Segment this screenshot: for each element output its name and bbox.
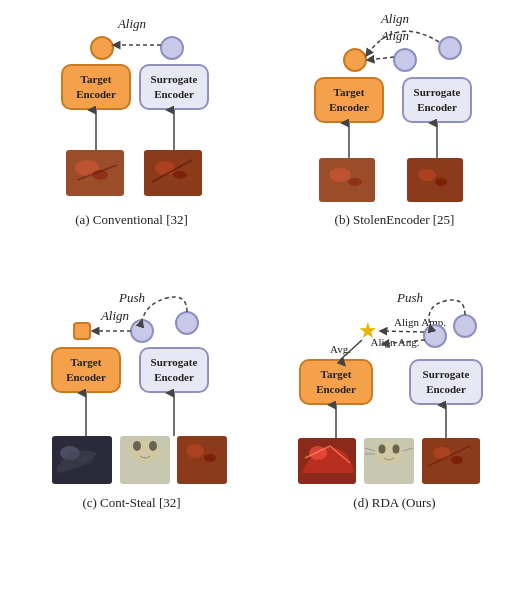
- svg-rect-76: [410, 360, 482, 404]
- svg-point-62: [186, 444, 204, 458]
- svg-rect-7: [140, 65, 208, 109]
- svg-text:Align: Align: [116, 16, 145, 31]
- svg-rect-49: [140, 348, 208, 392]
- svg-text:Encoder: Encoder: [316, 383, 356, 395]
- svg-text:Push: Push: [396, 290, 423, 305]
- svg-point-23: [394, 49, 416, 71]
- svg-point-17: [155, 161, 175, 175]
- svg-point-39: [435, 178, 447, 186]
- svg-point-43: [131, 320, 153, 342]
- svg-text:Encoder: Encoder: [426, 383, 466, 395]
- svg-text:Encoder: Encoder: [329, 101, 369, 113]
- svg-line-25: [367, 57, 394, 60]
- svg-text:Target: Target: [333, 86, 364, 98]
- svg-text:Surrogate: Surrogate: [150, 73, 197, 85]
- panel-d: Push ★ Align Amp. Align Ang. Avg.: [263, 280, 526, 560]
- svg-text:Surrogate: Surrogate: [150, 356, 197, 368]
- svg-text:Align: Align: [379, 11, 408, 26]
- svg-line-71: [380, 331, 424, 332]
- svg-rect-37: [407, 158, 463, 202]
- svg-point-93: [451, 456, 463, 464]
- svg-point-63: [204, 454, 216, 462]
- svg-text:Target: Target: [80, 73, 111, 85]
- svg-text:Encoder: Encoder: [417, 101, 457, 113]
- caption-c: (c) Cont-Steal [32]: [82, 495, 180, 511]
- svg-text:Encoder: Encoder: [154, 371, 194, 383]
- svg-point-1: [91, 37, 113, 59]
- svg-rect-91: [422, 438, 480, 484]
- panel-b: Align Align Target Encoder Surrogate Enc…: [263, 0, 526, 280]
- svg-rect-42: [74, 323, 90, 339]
- svg-point-18: [173, 171, 187, 179]
- panel-c-diagram: Push Align Target Encoder: [22, 288, 242, 493]
- svg-rect-4: [62, 65, 130, 109]
- svg-point-38: [418, 169, 436, 181]
- svg-point-35: [329, 168, 351, 182]
- svg-point-87: [392, 445, 399, 454]
- caption-b: (b) StolenEncoder [25]: [335, 212, 455, 228]
- svg-rect-61: [177, 436, 227, 484]
- svg-point-70: [424, 325, 446, 347]
- svg-rect-29: [403, 78, 471, 122]
- svg-text:Surrogate: Surrogate: [413, 86, 460, 98]
- svg-rect-26: [315, 78, 383, 122]
- svg-point-24: [439, 37, 461, 59]
- svg-text:Surrogate: Surrogate: [422, 368, 469, 380]
- svg-rect-73: [300, 360, 372, 404]
- svg-text:Encoder: Encoder: [66, 371, 106, 383]
- panel-a-diagram: Align Target Encoder: [22, 10, 242, 210]
- svg-point-2: [161, 37, 183, 59]
- svg-text:Target: Target: [320, 368, 351, 380]
- svg-point-44: [176, 312, 198, 334]
- svg-rect-46: [52, 348, 120, 392]
- caption-a: (a) Conventional [32]: [75, 212, 188, 228]
- svg-point-92: [433, 447, 451, 459]
- svg-point-86: [378, 445, 385, 454]
- svg-point-22: [344, 49, 366, 71]
- panel-b-diagram: Align Align Target Encoder Surrogate Enc…: [285, 10, 505, 210]
- svg-point-85: [375, 442, 403, 464]
- svg-text:Push: Push: [118, 290, 145, 305]
- svg-text:Align Ang.: Align Ang.: [370, 336, 419, 348]
- svg-text:Align: Align: [99, 308, 128, 323]
- caption-d: (d) RDA (Ours): [353, 495, 435, 511]
- svg-rect-16: [144, 150, 202, 196]
- svg-point-69: [454, 315, 476, 337]
- panel-d-diagram: Push ★ Align Amp. Align Ang. Avg.: [280, 288, 510, 493]
- panel-a: Align Target Encoder: [0, 0, 263, 280]
- svg-text:Target: Target: [70, 356, 101, 368]
- svg-point-59: [133, 441, 141, 451]
- panel-c: Push Align Target Encoder: [0, 280, 263, 560]
- svg-text:Align: Align: [379, 28, 408, 43]
- svg-text:Encoder: Encoder: [154, 88, 194, 100]
- svg-point-36: [348, 178, 362, 186]
- svg-point-60: [149, 441, 157, 451]
- svg-text:Encoder: Encoder: [76, 88, 116, 100]
